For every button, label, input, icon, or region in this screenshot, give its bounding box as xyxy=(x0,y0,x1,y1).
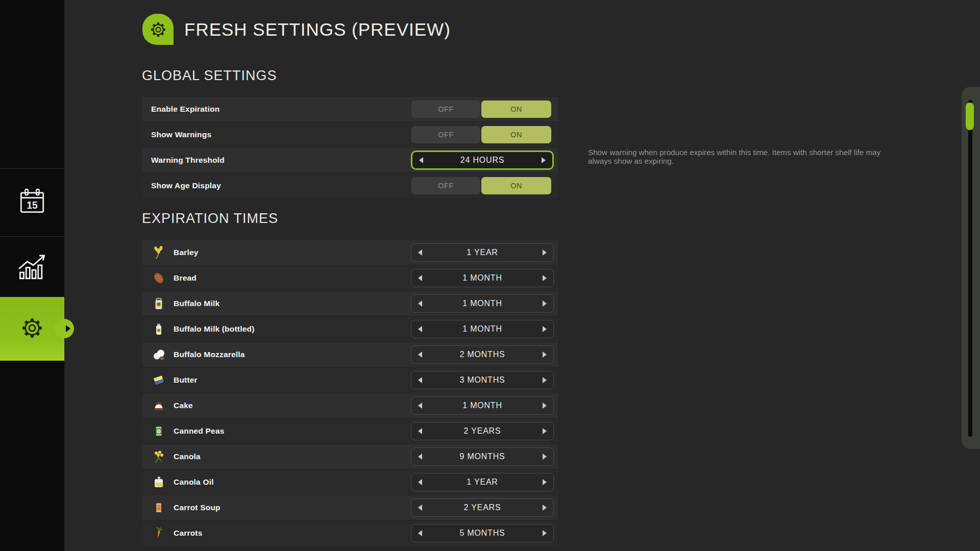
stepper-decrease-button[interactable] xyxy=(411,320,429,338)
arrow-right-icon xyxy=(543,300,547,307)
expiration-row-buffalo-mozzarella: Buffalo Mozzarella 2 MONTHS xyxy=(142,342,558,367)
stepper-increase-button[interactable] xyxy=(536,371,553,389)
stepper-increase-button[interactable] xyxy=(536,448,553,465)
canola-oil-stepper[interactable]: 1 YEAR xyxy=(411,473,554,491)
scrollbar-line xyxy=(968,100,972,437)
stepper-increase-button[interactable] xyxy=(535,152,552,168)
chevron-right-icon xyxy=(66,325,70,332)
toggle-off-button[interactable]: OFF xyxy=(411,126,480,143)
canola-stepper[interactable]: 9 MONTHS xyxy=(411,447,554,466)
expiration-times-rows: Barley 1 YEAR Bread 1 MONTH Buffalo Milk xyxy=(142,240,558,546)
item-label: Buffalo Milk (bottled) xyxy=(174,324,255,334)
stepper-increase-button[interactable] xyxy=(536,524,553,542)
setting-row-warning-threshold: Warning Threshold 24 HOURS xyxy=(142,148,558,172)
arrow-right-icon xyxy=(543,505,547,511)
stepper-decrease-button[interactable] xyxy=(411,397,429,414)
stepper-increase-button[interactable] xyxy=(536,295,553,312)
setting-row-enable-expiration: Enable Expiration OFF ON xyxy=(142,97,558,121)
stepper-increase-button[interactable] xyxy=(536,244,553,261)
arrow-left-icon xyxy=(418,352,422,358)
item-label: Carrot Soup xyxy=(174,503,220,512)
stepper-value: 2 YEARS xyxy=(429,427,536,436)
carrots-stepper[interactable]: 5 MONTHS xyxy=(411,524,554,542)
stepper-value: 1 MONTH xyxy=(429,273,536,283)
bread-icon xyxy=(151,270,166,286)
setting-label: Show Age Display xyxy=(151,181,221,190)
arrow-right-icon xyxy=(543,326,547,332)
toggle-on-button[interactable]: ON xyxy=(481,177,551,194)
item-label: Cake xyxy=(174,401,193,410)
setting-row-show-age-display: Show Age Display OFF ON xyxy=(142,173,558,198)
stepper-value: 1 MONTH xyxy=(429,324,536,334)
item-label: Canola xyxy=(174,452,201,461)
cake-icon xyxy=(151,398,166,413)
page-title: FRESH SETTINGS (PREVIEW) xyxy=(184,19,451,40)
stepper-value: 2 YEARS xyxy=(429,503,536,512)
stepper-increase-button[interactable] xyxy=(536,269,553,287)
expiration-row-buffalo-milk: Buffalo Milk 1 MONTH xyxy=(142,291,558,316)
show-age-display-toggle: OFF ON xyxy=(411,177,551,194)
expiration-row-canned-peas: Canned Peas 2 YEARS xyxy=(142,419,558,443)
arrow-left-icon xyxy=(418,428,422,434)
arrow-right-icon xyxy=(543,249,547,256)
app-gear-icon xyxy=(142,14,174,45)
butter-stepper[interactable]: 3 MONTHS xyxy=(411,371,554,389)
canned-peas-stepper[interactable]: 2 YEARS xyxy=(411,422,554,440)
calendar-icon: 15 xyxy=(16,185,48,220)
stepper-decrease-button[interactable] xyxy=(411,244,429,261)
cake-stepper[interactable]: 1 MONTH xyxy=(411,396,554,415)
bread-stepper[interactable]: 1 MONTH xyxy=(411,269,554,287)
stepper-decrease-button[interactable] xyxy=(411,499,429,516)
stepper-value: 1 YEAR xyxy=(429,478,536,487)
barley-stepper[interactable]: 1 YEAR xyxy=(411,243,554,262)
stepper-increase-button[interactable] xyxy=(536,422,553,440)
warning-threshold-stepper[interactable]: 24 HOURS xyxy=(411,151,554,170)
stepper-increase-button[interactable] xyxy=(536,346,553,363)
stepper-value: 3 MONTHS xyxy=(429,375,536,385)
stepper-decrease-button[interactable] xyxy=(411,524,429,542)
stepper-decrease-button[interactable] xyxy=(411,422,429,440)
arrow-left-icon xyxy=(418,505,422,511)
stepper-increase-button[interactable] xyxy=(536,473,553,491)
stepper-decrease-button[interactable] xyxy=(411,473,429,491)
stepper-value: 2 MONTHS xyxy=(429,350,536,359)
arrow-right-icon xyxy=(543,403,547,409)
arrow-left-icon xyxy=(418,377,422,383)
toggle-on-button[interactable]: ON xyxy=(481,126,551,143)
setting-label: Warning Threshold xyxy=(151,156,225,165)
stepper-value: 24 HOURS xyxy=(430,156,535,165)
toggle-off-button[interactable]: OFF xyxy=(411,177,480,194)
scrollbar-thumb[interactable] xyxy=(966,103,974,130)
arrow-right-icon xyxy=(543,479,547,485)
carrots-icon xyxy=(151,525,166,541)
toggle-on-button[interactable]: ON xyxy=(481,101,551,118)
stepper-value: 9 MONTHS xyxy=(429,452,536,461)
arrow-left-icon xyxy=(419,157,423,163)
stepper-decrease-button[interactable] xyxy=(411,295,429,312)
show-warnings-toggle: OFF ON xyxy=(411,126,551,143)
stepper-decrease-button[interactable] xyxy=(411,346,429,363)
stepper-decrease-button[interactable] xyxy=(411,269,429,287)
stepper-increase-button[interactable] xyxy=(536,499,553,516)
buffalo-milk-stepper[interactable]: 1 MONTH xyxy=(411,294,554,313)
stepper-value: 1 MONTH xyxy=(429,401,536,410)
sidebar-item-statistics[interactable] xyxy=(0,237,64,297)
stepper-decrease-button[interactable] xyxy=(411,371,429,389)
stepper-decrease-button[interactable] xyxy=(412,152,430,168)
stepper-increase-button[interactable] xyxy=(536,397,553,414)
item-label: Buffalo Milk xyxy=(174,299,219,308)
sidebar-item-calendar[interactable]: 15 xyxy=(0,169,64,236)
buffalo-milk-icon xyxy=(151,296,166,311)
arrow-left-icon xyxy=(418,530,422,536)
stepper-decrease-button[interactable] xyxy=(411,448,429,465)
buffalo-milk-bottled-stepper[interactable]: 1 MONTH xyxy=(411,320,554,338)
arrow-right-icon xyxy=(543,428,547,434)
arrow-left-icon xyxy=(418,326,422,332)
arrow-right-icon xyxy=(543,352,547,358)
stepper-value: 1 YEAR xyxy=(429,248,536,257)
stepper-increase-button[interactable] xyxy=(536,320,553,338)
toggle-off-button[interactable]: OFF xyxy=(411,101,480,118)
carrot-soup-stepper[interactable]: 2 YEARS xyxy=(411,498,554,517)
arrow-left-icon xyxy=(418,300,422,307)
buffalo-mozzarella-stepper[interactable]: 2 MONTHS xyxy=(411,345,554,364)
